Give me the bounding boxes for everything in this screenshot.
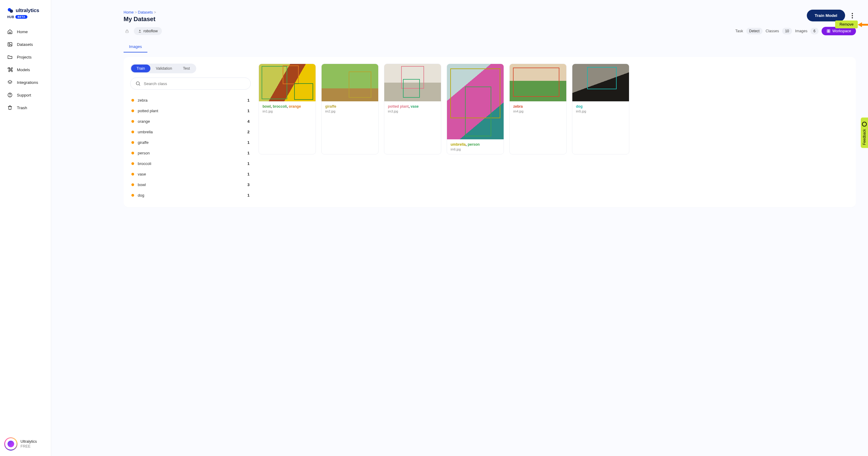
feedback-label: Feedback — [862, 129, 867, 145]
task-label: Task — [735, 29, 743, 33]
image-filename: im4.jpg — [513, 110, 563, 113]
sidebar-item-datasets[interactable]: Datasets — [0, 38, 51, 51]
class-list: zebra1potted plant1orange4umbrella2giraf… — [130, 95, 251, 201]
sidebar-footer[interactable]: Ultralytics FREE — [0, 437, 51, 451]
folder-icon — [7, 54, 13, 60]
class-row[interactable]: umbrella2 — [130, 127, 251, 137]
split-validation[interactable]: Validation — [150, 64, 178, 73]
sidebar-item-label: Support — [17, 93, 31, 97]
image-thumbnail — [259, 64, 315, 101]
sidebar-item-projects[interactable]: Projects — [0, 51, 51, 63]
svg-rect-2 — [8, 42, 12, 46]
class-row[interactable]: orange4 — [130, 116, 251, 127]
brand-logo[interactable]: ultralytics — [0, 7, 51, 15]
class-color-dot — [131, 120, 134, 123]
main-content: Home > Datasets > My Dataset Train Model… — [51, 0, 868, 456]
image-filename: im3.jpg — [388, 110, 437, 113]
class-row[interactable]: dog1 — [130, 190, 251, 201]
class-count: 1 — [247, 161, 250, 166]
help-icon — [7, 92, 13, 98]
class-count: 1 — [247, 151, 250, 155]
trash-icon — [7, 105, 13, 110]
class-count: 1 — [247, 109, 250, 113]
class-color-dot — [131, 110, 134, 112]
images-label: Images — [795, 29, 807, 33]
home-icon — [7, 29, 13, 34]
class-count: 2 — [247, 130, 250, 134]
sidebar-item-trash[interactable]: Trash — [0, 101, 51, 114]
class-row[interactable]: giraffe1 — [130, 137, 251, 148]
user-icon — [138, 29, 142, 33]
image-card[interactable]: giraffe im2.jpg — [321, 64, 378, 154]
search-input[interactable] — [144, 81, 246, 86]
command-icon — [7, 67, 13, 73]
breadcrumb: Home > Datasets > — [124, 10, 856, 15]
image-card[interactable]: bowl, broccoli, orange im1.jpg — [258, 64, 316, 154]
class-row[interactable]: bowl3 — [130, 179, 251, 190]
class-count: 1 — [247, 140, 250, 145]
class-row[interactable]: vase1 — [130, 169, 251, 179]
classes-badge: 10 — [782, 28, 792, 34]
image-card[interactable]: potted plant, vase im3.jpg — [384, 64, 441, 154]
image-labels: potted plant, vase — [388, 104, 437, 109]
breadcrumb-sep: > — [154, 10, 156, 15]
class-name: bowl — [138, 182, 146, 187]
remove-menu-item[interactable]: Remove — [835, 21, 858, 28]
sidebar-item-home[interactable]: Home — [0, 25, 51, 38]
class-count: 1 — [247, 172, 250, 176]
class-count: 4 — [247, 119, 250, 124]
class-color-dot — [131, 99, 134, 102]
more-menu-button[interactable]: Remove — [849, 12, 856, 19]
class-name: zebra — [138, 98, 148, 103]
train-model-button[interactable]: Train Model — [807, 10, 845, 21]
sidebar-item-support[interactable]: Support — [0, 89, 51, 101]
breadcrumb-sep: > — [135, 10, 138, 15]
sidebar: ultralytics HUB BETA Home Datasets Proje… — [0, 0, 51, 456]
owner-pill[interactable]: roboflow — [134, 27, 162, 35]
image-filename: im1.jpg — [262, 110, 312, 113]
sidebar-item-label: Datasets — [17, 42, 33, 47]
sidebar-item-integrations[interactable]: Integrations — [0, 76, 51, 89]
class-name: orange — [138, 119, 150, 124]
image-card[interactable]: dog im5.jpg — [572, 64, 629, 154]
class-name: giraffe — [138, 140, 149, 145]
class-count: 1 — [247, 193, 250, 198]
class-row[interactable]: broccoli1 — [130, 158, 251, 169]
class-row[interactable]: zebra1 — [130, 95, 251, 106]
image-thumbnail — [572, 64, 629, 101]
split-train[interactable]: Train — [131, 64, 150, 73]
class-name: vase — [138, 172, 146, 176]
footer-user-text: Ultralytics FREE — [21, 439, 37, 449]
image-labels: bowl, broccoli, orange — [262, 104, 312, 109]
image-labels: zebra — [513, 104, 563, 109]
smile-icon — [862, 122, 867, 127]
class-row[interactable]: potted plant1 — [130, 106, 251, 116]
sidebar-item-label: Home — [17, 30, 28, 34]
classes-panel: Train Validation Test zebra1potted plant… — [130, 64, 251, 201]
avatar — [4, 437, 18, 451]
image-card[interactable]: zebra im4.jpg — [509, 64, 567, 154]
split-segmented-control: Train Validation Test — [130, 64, 196, 73]
meta-row: roboflow Task Detect Classes 10 Images 6… — [124, 27, 856, 35]
svg-rect-6 — [126, 31, 128, 33]
class-color-dot — [131, 194, 134, 197]
header-actions: Train Model Remove — [807, 10, 856, 21]
image-grid: bowl, broccoli, orange im1.jpg giraffe i… — [258, 64, 849, 154]
svg-point-3 — [9, 44, 10, 44]
breadcrumb-home[interactable]: Home — [124, 10, 133, 15]
svg-point-7 — [139, 30, 141, 31]
image-labels: giraffe — [325, 104, 375, 109]
split-test[interactable]: Test — [178, 64, 195, 73]
breadcrumb-datasets[interactable]: Datasets — [138, 10, 153, 15]
svg-point-8 — [136, 82, 140, 85]
class-search[interactable] — [130, 78, 251, 90]
layers-icon — [7, 80, 13, 85]
sidebar-item-models[interactable]: Models — [0, 63, 51, 76]
feedback-tab[interactable]: Feedback — [861, 118, 868, 148]
image-labels: umbrella, person — [451, 142, 500, 147]
lock-icon — [124, 28, 130, 34]
image-filename: im6.jpg — [451, 147, 500, 151]
class-row[interactable]: person1 — [130, 148, 251, 158]
tab-images[interactable]: Images — [124, 41, 147, 53]
image-card[interactable]: umbrella, person im6.jpg — [447, 64, 504, 154]
